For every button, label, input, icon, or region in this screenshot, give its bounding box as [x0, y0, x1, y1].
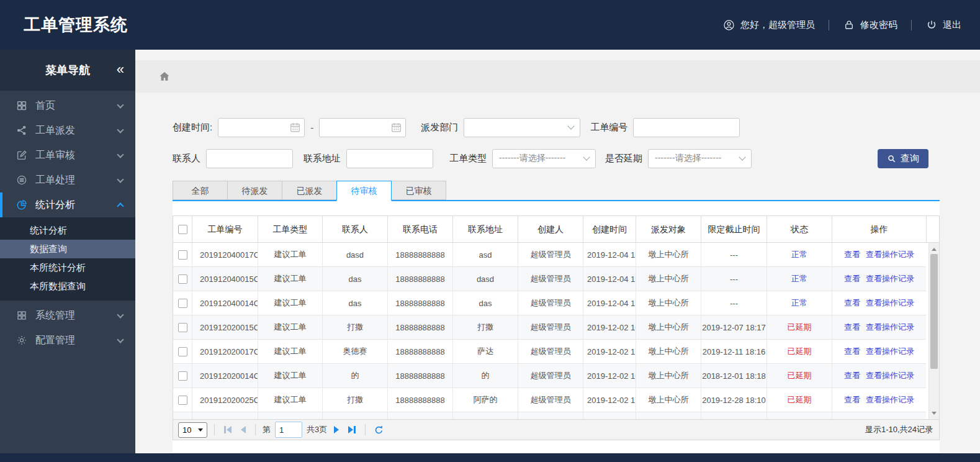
- next-page-button[interactable]: [331, 426, 341, 433]
- sidebar-item-order-process[interactable]: 工单处理: [0, 168, 135, 192]
- page-label-prefix: 第: [263, 424, 271, 435]
- row-checkbox[interactable]: [178, 371, 187, 381]
- sidebar-item-stats-analysis[interactable]: 统计分析: [0, 192, 135, 217]
- page-number-input[interactable]: [275, 422, 302, 438]
- sidebar-subitem-data-query[interactable]: 数据查询: [0, 240, 135, 258]
- row-checkbox-cell: [173, 243, 192, 267]
- pager-summary: 显示1-10,共24记录: [865, 424, 933, 435]
- prev-page-button[interactable]: [238, 426, 248, 433]
- row-checkbox[interactable]: [178, 396, 187, 405]
- cell-type: 建议工单: [258, 388, 322, 412]
- view-link[interactable]: 查看: [844, 249, 860, 260]
- column-header: 限定截止时间: [701, 216, 766, 243]
- home-icon[interactable]: [158, 70, 171, 83]
- cell-creator: 超级管理员: [518, 291, 583, 315]
- dispatch-dept-select[interactable]: [464, 118, 580, 137]
- view-records-link[interactable]: 查看操作记录: [866, 297, 914, 309]
- logout-button[interactable]: 退出: [925, 19, 961, 31]
- select-all-checkbox[interactable]: [178, 225, 187, 234]
- row-checkbox-cell: [173, 267, 192, 291]
- cell-deadline: 2019-12-07 18:17: [701, 315, 766, 340]
- sidebar-subitem-office-data-query[interactable]: 本所数据查询: [0, 277, 135, 296]
- sidebar-subitem-stats-analysis-sub[interactable]: 统计分析: [0, 221, 135, 240]
- view-link[interactable]: 查看: [844, 370, 860, 381]
- sidebar-item-config-mgmt[interactable]: 配置管理: [0, 328, 135, 353]
- tab-reviewed[interactable]: 已审核: [391, 181, 446, 200]
- sidebar-item-home[interactable]: 首页: [0, 93, 135, 118]
- create-time-start-field: [218, 118, 305, 137]
- last-page-button[interactable]: [346, 426, 358, 433]
- cell-status: 正常: [766, 291, 832, 315]
- calendar-icon[interactable]: [390, 122, 402, 134]
- view-records-link[interactable]: 查看操作记录: [866, 322, 914, 333]
- chevron-up-icon: [117, 202, 124, 209]
- sidebar-item-order-review[interactable]: 工单审核: [0, 143, 135, 168]
- collapse-sidebar-button[interactable]: «: [117, 61, 124, 78]
- row-checkbox[interactable]: [178, 323, 187, 332]
- cell-status: 已延期: [766, 364, 832, 388]
- order-type-label: 工单类型: [449, 153, 487, 165]
- view-link[interactable]: 查看: [844, 273, 860, 284]
- cell-type: 建议工单: [258, 243, 322, 267]
- view-records-link[interactable]: 查看操作记录: [866, 346, 914, 357]
- view-records-link[interactable]: 查看操作记录: [866, 249, 914, 260]
- page-size-select[interactable]: 10: [178, 422, 207, 438]
- view-link[interactable]: 查看: [844, 394, 860, 405]
- contact-input[interactable]: [206, 149, 293, 168]
- order-type-select[interactable]: -------请选择-------: [492, 149, 596, 168]
- cell-actions: 查看查看操作记录: [832, 243, 926, 267]
- cell-created: 2019-12-04 15: [583, 243, 636, 267]
- sidebar-item-system-mgmt[interactable]: 系统管理: [0, 303, 135, 328]
- sidebar-item-order-dispatch[interactable]: 工单派发: [0, 118, 135, 143]
- table-header-spacer: [926, 216, 939, 243]
- view-link[interactable]: 查看: [844, 297, 860, 309]
- user-greeting[interactable]: 您好，超级管理员: [723, 19, 815, 31]
- sidebar-item-label: 系统管理: [35, 309, 75, 322]
- first-page-button[interactable]: [222, 426, 234, 433]
- refresh-icon[interactable]: [374, 425, 384, 435]
- change-password-button[interactable]: 修改密码: [843, 19, 897, 31]
- table-header-row: 工单编号工单类型联系人联系电话联系地址创建人创建时间派发对象限定截止时间状态操作: [173, 216, 939, 243]
- cell-status: 已延期: [766, 340, 832, 364]
- order-no-input[interactable]: [633, 118, 740, 137]
- view-records-link[interactable]: 查看操作记录: [866, 370, 914, 381]
- column-header: 操作: [832, 216, 926, 243]
- delay-label: 是否延期: [605, 153, 642, 165]
- scroll-down-button[interactable]: [929, 408, 939, 418]
- tab-pending-dispatch[interactable]: 待派发: [227, 181, 282, 200]
- address-input[interactable]: [346, 149, 433, 168]
- cell-deadline: 2018-12-01 18:18: [701, 364, 766, 388]
- database-icon: [16, 174, 27, 186]
- header-divider: [911, 20, 912, 30]
- table-body: 201912040017C建议工单dasd18888888888asd超级管理员…: [173, 243, 939, 419]
- column-header: 工单类型: [258, 216, 322, 243]
- row-checkbox[interactable]: [178, 250, 187, 260]
- view-records-link[interactable]: 查看操作记录: [866, 273, 914, 284]
- view-link[interactable]: 查看: [844, 346, 860, 357]
- tab-all[interactable]: 全部: [173, 181, 228, 200]
- sidebar-title: 菜单导航: [45, 63, 90, 78]
- row-checkbox-cell: [173, 340, 192, 364]
- row-checkbox[interactable]: [178, 347, 187, 356]
- table-row: 201912020025C建议工单打撒18888888888阿萨的超级管理员20…: [173, 388, 939, 412]
- delay-select[interactable]: -------请选择-------: [648, 149, 752, 168]
- tab-pending-review[interactable]: 待审核: [336, 181, 392, 201]
- cell-address: [452, 412, 518, 419]
- view-link[interactable]: 查看: [844, 322, 860, 333]
- tab-dispatched[interactable]: 已派发: [282, 181, 337, 200]
- cell-phone: 18888888888: [387, 243, 452, 267]
- view-records-link[interactable]: 查看操作记录: [866, 394, 914, 405]
- row-checkbox[interactable]: [178, 274, 187, 284]
- cell-address: 萨达: [452, 340, 518, 364]
- sidebar-subitem-office-stats-analysis[interactable]: 本所统计分析: [0, 258, 135, 277]
- calendar-icon[interactable]: [289, 122, 301, 134]
- triangle-right-icon: [334, 426, 339, 433]
- scrollbar-thumb[interactable]: [930, 254, 938, 369]
- cell-created: 2019-12-02 17: [583, 388, 636, 412]
- total-pages-label: 共3页: [307, 424, 327, 435]
- row-checkbox[interactable]: [178, 299, 187, 308]
- search-button[interactable]: 查询: [878, 149, 928, 168]
- table-row: 201912040017C建议工单dasd18888888888asd超级管理员…: [173, 243, 939, 267]
- cell-deadline: [701, 412, 766, 419]
- scroll-up-button[interactable]: [929, 244, 939, 254]
